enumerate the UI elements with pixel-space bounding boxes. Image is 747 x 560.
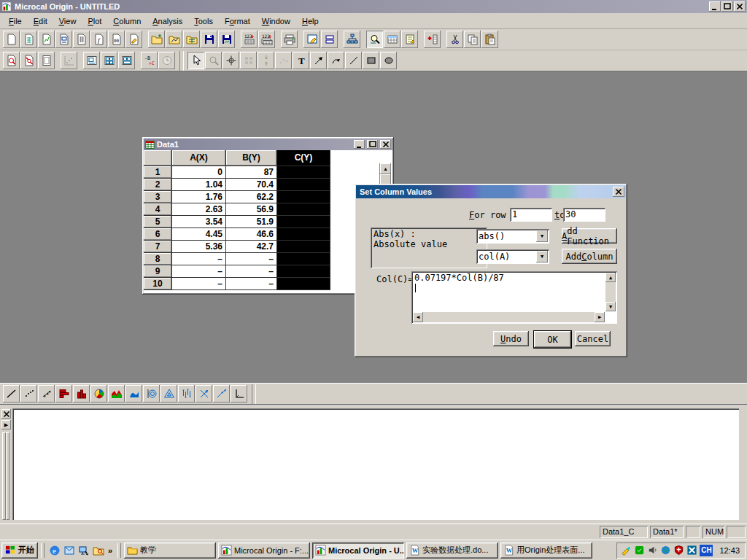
cell-c-selected[interactable] [277,179,330,191]
cell-c-selected[interactable] [277,241,330,253]
format-edit-button[interactable] [303,31,320,48]
worksheet-titlebar[interactable]: Data1 [144,139,392,150]
row-number[interactable]: 5 [144,216,172,228]
new-graph-button[interactable] [38,31,55,48]
new-notes-button[interactable] [125,31,142,48]
new-project-button[interactable] [3,31,20,48]
tray-shield-icon[interactable] [673,545,684,556]
cell-a[interactable]: 5.36 [172,241,226,253]
cell-b[interactable]: 87 [226,166,277,179]
menu-view[interactable]: View [53,15,82,28]
chevron-down-icon[interactable]: ▼ [536,230,548,242]
menu-edit[interactable]: Edit [28,15,53,28]
cell-a[interactable]: – [172,265,226,278]
cell-b[interactable]: – [226,278,277,290]
scatter-plot-button[interactable] [20,385,37,402]
row-number[interactable]: 1 [144,166,172,179]
cut-button[interactable] [446,31,463,48]
row-number[interactable]: 2 [144,179,172,191]
tray-volume-icon[interactable] [647,545,658,556]
language-indicator[interactable]: CH [700,545,713,556]
cell-a[interactable]: 0 [172,166,226,179]
vector-plot-button[interactable] [213,385,230,402]
cancel-button[interactable]: Cancel [575,331,611,346]
high-low-plot-button[interactable] [178,385,195,402]
menu-column[interactable]: Column [107,15,147,28]
dialog-titlebar[interactable]: Set Column Values [356,185,626,198]
formula-hscrollbar[interactable]: ◀ ▶ [413,312,605,322]
cell-c-selected[interactable] [277,216,330,228]
text-tool-button[interactable]: T [293,52,309,69]
taskbar-task[interactable]: 教学 [124,542,216,559]
view-mode-button[interactable] [366,31,383,48]
ql-outlook-icon[interactable] [62,543,77,558]
taskbar-task[interactable]: Microcal Origin - U... [312,542,404,559]
open-project-button[interactable] [148,31,165,48]
script-expand-icon[interactable]: ▶ [1,420,11,429]
column-header-B(Y)[interactable]: B(Y) [226,150,277,166]
cell-c-selected[interactable] [277,166,330,179]
scroll-thumb[interactable] [380,174,391,184]
cell-b[interactable]: 62.2 [226,191,277,203]
row-number[interactable]: 6 [144,228,172,241]
worksheet-view-button[interactable] [384,31,400,48]
open-worksheet-button[interactable] [183,31,200,48]
print-button[interactable] [281,31,298,48]
save-template-button[interactable] [218,31,235,48]
whole-page-button[interactable] [38,52,55,69]
dialog-close-icon[interactable] [613,187,624,197]
cell-a[interactable]: 2.63 [172,203,226,216]
cell-b[interactable]: 46.6 [226,228,277,241]
scroll-left-icon[interactable]: ◀ [413,312,423,322]
import-multiple-button[interactable]: 123 [258,31,275,48]
column-header-C(Y)[interactable]: C(Y) [277,150,330,166]
area-plot-button[interactable] [108,385,125,402]
layout-quad-button[interactable] [101,52,117,69]
tray-globe-icon[interactable] [660,545,671,556]
new-matrix-button[interactable] [73,31,90,48]
script-window-content[interactable] [12,408,739,520]
column-header-A(X)[interactable]: A(X) [172,150,226,166]
menu-file[interactable]: File [3,15,28,28]
arrow-tool-button[interactable] [310,52,327,69]
ql-search-icon[interactable] [91,543,106,558]
scroll-right-icon[interactable]: ▶ [595,312,605,322]
scroll-up-icon[interactable]: ▲ [380,163,391,174]
add-column-button[interactable]: Add Column [562,249,617,264]
curve-tool-button[interactable] [328,52,344,69]
ql-ie-icon[interactable]: e [47,543,62,558]
chevron-right-icon[interactable]: » [106,543,115,558]
menu-plot[interactable]: Plot [82,15,107,28]
project-explorer-button[interactable] [344,31,360,48]
cell-b[interactable]: 51.9 [226,216,277,228]
worksheet-maximize-icon[interactable] [367,140,378,149]
cell-a[interactable]: 3.54 [172,216,226,228]
line-symbol-plot-button[interactable] [38,385,55,402]
fill-curve-plot-button[interactable] [125,385,142,402]
taskbar-grip[interactable] [117,543,121,558]
column-plot-button[interactable] [73,385,90,402]
bar-plot-button[interactable] [55,385,72,402]
import-ascii-button[interactable]: 123 [241,31,258,48]
cell-a[interactable]: – [172,253,226,265]
menu-analysis[interactable]: Analysis [147,15,188,28]
ok-button[interactable]: OK [533,330,572,349]
cell-c-selected[interactable] [277,265,330,278]
scroll-up-icon[interactable]: ▲ [605,273,616,282]
line-tool-button[interactable] [345,52,362,69]
worksheet-close-icon[interactable] [380,140,391,149]
cell-b[interactable]: 70.4 [226,179,277,191]
cell-b[interactable]: – [226,265,277,278]
function-combobox[interactable]: abs() ▼ [476,229,549,244]
script-pane-grip[interactable] [6,432,9,520]
axes-plot-button[interactable] [231,385,247,402]
cell-b[interactable]: 42.7 [226,241,277,253]
chevron-down-icon[interactable]: ▼ [536,251,548,262]
new-function-button[interactable]: f [90,31,107,48]
taskbar-task[interactable]: Microcal Origin - F:... [218,542,310,559]
minimize-icon[interactable] [709,1,721,12]
scroll-down-icon[interactable]: ▼ [605,302,616,311]
cell-c-selected[interactable] [277,228,330,241]
cell-c-selected[interactable] [277,278,330,290]
add-function-button[interactable]: Add Function [562,228,617,244]
